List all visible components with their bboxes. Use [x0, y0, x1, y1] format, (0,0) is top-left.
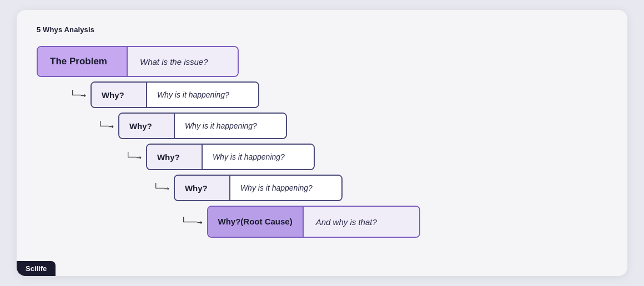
why-label-1: Why? [92, 83, 147, 107]
brand-name: Scilife [26, 264, 47, 273]
root-cause-box: Why? (Root Cause) And why is that? [207, 206, 420, 238]
why-box-3: Why? Why is it happening? [146, 144, 315, 170]
main-card: 5 Whys Analysis The Problem What is the … [17, 10, 627, 276]
arrow-1: └─→ [70, 90, 86, 100]
root-cause-label: Why? (Root Cause) [208, 207, 303, 237]
why-value-1: Why is it happening? [147, 83, 258, 107]
why-label-3: Why? [147, 145, 203, 169]
why-label-2: Why? [119, 114, 175, 138]
root-label-line2: (Root Cause) [240, 216, 292, 227]
arrow-5: └──→ [181, 217, 203, 227]
why-box-2: Why? Why is it happening? [118, 113, 287, 139]
why-row-1: └─→ Why? Why is it happening? [37, 81, 607, 108]
arrow-2: └─→ [98, 121, 114, 131]
why-value-3: Why is it happening? [203, 145, 314, 169]
why-value-4: Why is it happening? [230, 176, 341, 200]
problem-label: The Problem [38, 47, 127, 76]
why-label-4: Why? [175, 176, 230, 200]
root-cause-row: └──→ Why? (Root Cause) And why is that? [37, 206, 607, 238]
arrow-3: └─→ [125, 152, 142, 162]
why-box-4: Why? Why is it happening? [174, 175, 343, 201]
diagram-container: The Problem What is the issue? └─→ Why? … [37, 46, 607, 242]
problem-box: The Problem What is the issue? [37, 46, 239, 77]
why-row-4: └─→ Why? Why is it happening? [37, 175, 607, 201]
arrow-4: └─→ [153, 183, 169, 193]
why-row-3: └─→ Why? Why is it happening? [37, 144, 607, 170]
problem-row: The Problem What is the issue? [37, 46, 607, 77]
why-value-2: Why is it happening? [175, 114, 286, 138]
brand-footer: Scilife [17, 261, 56, 276]
root-label-line1: Why? [218, 216, 241, 227]
root-cause-value: And why is that? [303, 207, 419, 237]
problem-value: What is the issue? [127, 47, 238, 76]
why-row-2: └─→ Why? Why is it happening? [37, 113, 607, 139]
why-box-1: Why? Why is it happening? [90, 81, 259, 108]
diagram-title: 5 Whys Analysis [37, 25, 607, 34]
